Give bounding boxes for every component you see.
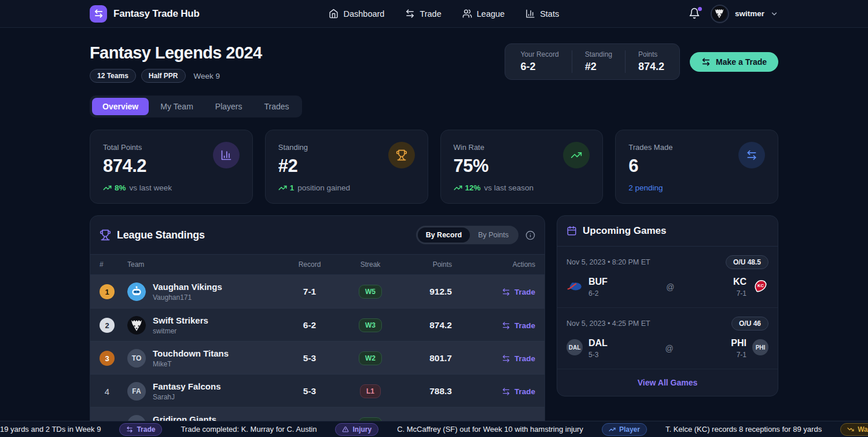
team-manager: Vaughan171 [153, 293, 222, 302]
swap-icon [502, 321, 510, 330]
scoring-badge: Half PPR [141, 69, 186, 83]
news-ticker[interactable]: 19 yards and 2 TDs in Week 9 Trade Trade… [0, 421, 868, 437]
col-streak: Streak [339, 260, 402, 269]
away-team: BUF 6-2 [567, 277, 608, 298]
record-summary-card: Your Record 6-2 Standing #2 Points 874.2 [505, 43, 680, 80]
alert-triangle-icon [342, 426, 349, 433]
team-record: 5-3 [589, 351, 608, 359]
bar-chart-icon [213, 142, 240, 168]
ticker-item-text: C. McCaffrey (SF) out for Week 10 with h… [397, 425, 583, 434]
sort-toggle: By Record By Points [416, 226, 518, 244]
calendar-icon [567, 226, 577, 236]
teams-badge: 12 Teams [90, 69, 136, 83]
ticker-item-text: T. Kelce (KC) records 8 receptions for 8… [665, 425, 822, 434]
team-record: 7-1 [731, 351, 746, 359]
trade-action-button[interactable]: Trade [466, 288, 535, 296]
trend-up: 1 [278, 183, 295, 192]
stat-cards: Total Points 874.2 8% vs last week Stand… [90, 130, 778, 204]
ticker-trade-badge: Trade [119, 423, 162, 436]
team-record: 7-1 [733, 289, 746, 298]
rank-badge: 1 [100, 284, 115, 299]
points-value: 874.2 [402, 320, 466, 330]
home-icon [329, 9, 339, 19]
nav-item-dashboard[interactable]: Dashboard [329, 9, 384, 19]
trade-action-button[interactable]: Trade [466, 321, 535, 330]
stat-card-trades-made: Trades Made 6 2 pending [615, 130, 778, 204]
tab-trades[interactable]: Trades [254, 98, 300, 115]
team-abbr: KC [733, 277, 746, 287]
nav-item-trade[interactable]: Trade [405, 9, 441, 19]
dal-logo: DAL [567, 339, 583, 355]
upcoming-title: Upcoming Games [583, 225, 667, 237]
trade-action-button[interactable]: Trade [466, 354, 535, 363]
trophy-icon [100, 229, 111, 241]
tab-players[interactable]: Players [205, 98, 253, 115]
summary-points: Points 874.2 [625, 50, 677, 73]
over-under-badge: O/U 46 [731, 317, 768, 330]
streak-badge: L1 [360, 384, 381, 398]
standings-header-row: # Team Record Streak Points Actions [90, 254, 545, 275]
pending-trades-link[interactable]: 2 pending [628, 183, 663, 192]
tab-my-team[interactable]: My Team [150, 98, 204, 115]
nav-right: switmer [689, 5, 778, 23]
nav-item-stats[interactable]: Stats [525, 9, 559, 19]
trophy-icon [388, 142, 415, 168]
home-team: KC 7-1 KC [733, 277, 768, 298]
team-abbr: BUF [589, 277, 608, 287]
swap-icon [502, 387, 510, 396]
stat-card-standing: Standing #2 1 position gained [265, 130, 428, 204]
toggle-by-record[interactable]: By Record [418, 227, 470, 243]
standings-row[interactable]: 2 Swift Strikers switmer 6-2 W3 874.2 Tr… [90, 308, 545, 341]
notifications-button[interactable] [689, 8, 701, 20]
team-manager: switmer [153, 327, 208, 335]
summary-label: Points [638, 50, 664, 58]
stat-trend: 8% vs last week [103, 183, 172, 192]
col-rank: # [100, 260, 127, 269]
trending-up-icon [609, 426, 616, 433]
trend-up: 8% [103, 183, 126, 192]
tab-overview[interactable]: Overview [92, 98, 149, 115]
streak-badge: W2 [359, 351, 382, 365]
team-name: Swift Strikers [153, 315, 208, 325]
info-icon[interactable] [525, 230, 535, 240]
trending-up-icon [278, 183, 287, 192]
chevron-down-icon [770, 10, 778, 18]
record-value: 5-3 [281, 353, 339, 363]
page-title: Fantasy Legends 2024 [90, 43, 262, 63]
svg-text:KC: KC [757, 283, 764, 288]
nav-item-league[interactable]: League [462, 9, 505, 19]
col-team: Team [127, 260, 281, 269]
standings-row[interactable]: 1 Vaughan Vikings Vaughan171 7-1 W5 912.… [90, 275, 545, 308]
phi-logo: PHI [752, 339, 768, 355]
standings-row[interactable]: 4 FA Fantasy Falcons SarahJ 5-3 L1 788.3… [90, 374, 545, 407]
summary-label: Standing [585, 50, 612, 58]
trade-action-button[interactable]: Trade [466, 387, 535, 396]
standings-row[interactable]: 3 TO Touchdown Titans MikeT 5-3 W2 801.7… [90, 341, 545, 374]
game-item[interactable]: Nov 5, 2023 • 4:25 PM ET O/U 46 DAL DAL … [557, 308, 778, 369]
game-item[interactable]: Nov 5, 2023 • 8:20 PM ET O/U 48.5 BUF 6-… [557, 247, 778, 308]
nav-item-label: League [477, 9, 505, 19]
trending-up-icon [563, 142, 590, 168]
trend-text: vs last season [484, 183, 534, 192]
summary-label: Your Record [520, 50, 558, 58]
app-logo-icon [90, 5, 107, 23]
initials-avatar: FA [127, 382, 146, 401]
robot-avatar [127, 282, 146, 301]
toggle-by-points[interactable]: By Points [470, 227, 517, 243]
user-name: switmer [735, 9, 764, 18]
initials-avatar: TO [127, 349, 146, 368]
view-all-games-link[interactable]: View All Games [557, 369, 778, 396]
nav-item-label: Trade [420, 9, 441, 19]
trend-text: vs last week [130, 183, 172, 192]
record-value: 5-3 [281, 386, 339, 396]
record-value: 6-2 [281, 320, 339, 330]
navbar: Fantasy Trade Hub Dashboard Trade League… [0, 0, 868, 28]
make-a-trade-button[interactable]: Make a Trade [690, 52, 778, 72]
week-label: Week 9 [194, 72, 220, 80]
nav-item-label: Dashboard [343, 9, 384, 19]
rank-badge: 3 [100, 351, 115, 366]
user-menu[interactable]: switmer [711, 5, 778, 23]
app-title: Fantasy Trade Hub [113, 8, 200, 20]
trend-text: position gained [297, 183, 350, 192]
points-value: 801.7 [402, 353, 466, 363]
